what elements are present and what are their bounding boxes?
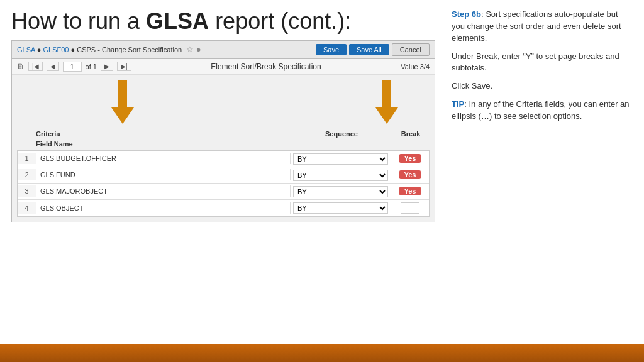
row-2-num: 2	[18, 169, 36, 180]
ui-window: GLSA ● GLSF00 ● CSPS - Change Sort Speci…	[11, 40, 435, 222]
table-row: 4 GLS.OBJECT BY	[18, 200, 429, 216]
nav-first-button[interactable]: |◀	[28, 62, 43, 71]
title-bold: GLSA	[146, 8, 209, 34]
tip-text: : In any of the Criteria fields, you can…	[452, 99, 630, 121]
row-3-field: GLS.MAJOROBJECT	[36, 185, 291, 197]
nav-next-button[interactable]: ▶	[101, 62, 113, 71]
row-4-seq-select[interactable]: BY	[293, 202, 388, 214]
row-2-seq[interactable]: BY	[291, 168, 391, 182]
table-row: 1 GLS.BUDGET.OFFICER BY Yes	[18, 151, 429, 167]
save-paragraph: Click Save.	[452, 80, 633, 92]
data-table: 1 GLS.BUDGET.OFFICER BY Yes 2 GLS.FUND	[17, 150, 430, 217]
col-field-name-label: Field Name	[36, 140, 430, 148]
table-row: 2 GLS.FUND BY Yes	[18, 167, 429, 184]
row-2-break: Yes	[391, 169, 429, 180]
tip-label: TIP	[452, 99, 464, 109]
row-2-break-value: Yes	[399, 170, 421, 179]
pagination-value-label: Value 3/4	[401, 63, 430, 70]
save-button[interactable]: Save	[316, 44, 347, 55]
row-4-seq[interactable]: BY	[291, 200, 391, 215]
row-4-num: 4	[18, 202, 36, 214]
row-1-seq-select[interactable]: BY	[293, 153, 388, 165]
cancel-button[interactable]: Cancel	[392, 43, 430, 56]
row-3-seq-select[interactable]: BY	[293, 186, 388, 197]
page-title: How to run a GLSA report (cont.):	[11, 9, 435, 34]
nav-last-button[interactable]: ▶|	[117, 62, 131, 71]
pagination-center-title: Element Sort/Break Specification	[135, 62, 397, 71]
breadcrumb-csps: CSPS - Change Sort Specification	[77, 46, 182, 53]
star-icon[interactable]: ☆ ●	[186, 45, 201, 54]
row-3-break-value: Yes	[399, 187, 421, 195]
col-criteria-label: Criteria	[36, 130, 291, 138]
save-all-button[interactable]: Save All	[349, 44, 389, 55]
page-of-label: of 1	[86, 63, 97, 70]
row-2-field: GLS.FUND	[36, 169, 291, 180]
row-1-break: Yes	[391, 153, 429, 164]
row-1-break-value: Yes	[399, 154, 421, 163]
table-row: 3 GLS.MAJOROBJECT BY Yes	[18, 184, 429, 200]
page-number-input[interactable]	[63, 62, 82, 72]
breadcrumb: GLSA ● GLSF00 ● CSPS - Change Sort Speci…	[17, 45, 313, 54]
step6b-paragraph: Step 6b: Sort specifications auto-popula…	[452, 9, 633, 45]
tip-paragraph: TIP: In any of the Criteria fields, you …	[452, 99, 633, 123]
row-2-seq-select[interactable]: BY	[293, 170, 388, 181]
title-suffix: report (cont.):	[209, 8, 351, 34]
page-document-icon: 🗎	[17, 62, 25, 71]
arrows-row	[17, 80, 430, 130]
row-3-num: 3	[18, 185, 36, 197]
row-4-field: GLS.OBJECT	[36, 202, 291, 214]
row-3-break: Yes	[391, 185, 429, 197]
right-panel: Step 6b: Sort specifications auto-popula…	[445, 9, 633, 319]
left-panel: How to run a GLSA report (cont.): GLSA ●…	[11, 9, 445, 319]
breadcrumb-glsa[interactable]: GLSA	[17, 46, 35, 53]
row-1-num: 1	[18, 153, 36, 164]
toolbar: GLSA ● GLSF00 ● CSPS - Change Sort Speci…	[12, 41, 435, 59]
table-area: Criteria Sequence Break Field Name 1 GLS…	[12, 75, 435, 222]
arrow-left	[111, 80, 134, 124]
title-prefix: How to run a	[11, 8, 146, 34]
row-3-seq[interactable]: BY	[291, 184, 391, 199]
table-subheader: Field Name	[17, 140, 430, 150]
table-header: Criteria Sequence Break	[17, 130, 430, 139]
col-sequence-label: Sequence	[291, 130, 392, 138]
step6b-label: Step 6b	[452, 9, 481, 19]
arrow-right	[375, 80, 398, 124]
pagination-bar: 🗎 |◀ ◀ of 1 ▶ ▶| Element Sort/Break Spec…	[12, 59, 435, 75]
bottom-bar	[0, 344, 644, 362]
nav-prev-button[interactable]: ◀	[47, 62, 59, 71]
breadcrumb-glsf00[interactable]: GLSF00	[43, 46, 69, 53]
row-1-seq[interactable]: BY	[291, 151, 391, 166]
break-paragraph: Under Break, enter “Y” to set page break…	[452, 51, 633, 75]
col-break-label: Break	[392, 130, 430, 138]
row-1-field: GLS.BUDGET.OFFICER	[36, 153, 291, 164]
row-4-break	[391, 201, 429, 215]
row-4-break-empty	[401, 202, 419, 214]
